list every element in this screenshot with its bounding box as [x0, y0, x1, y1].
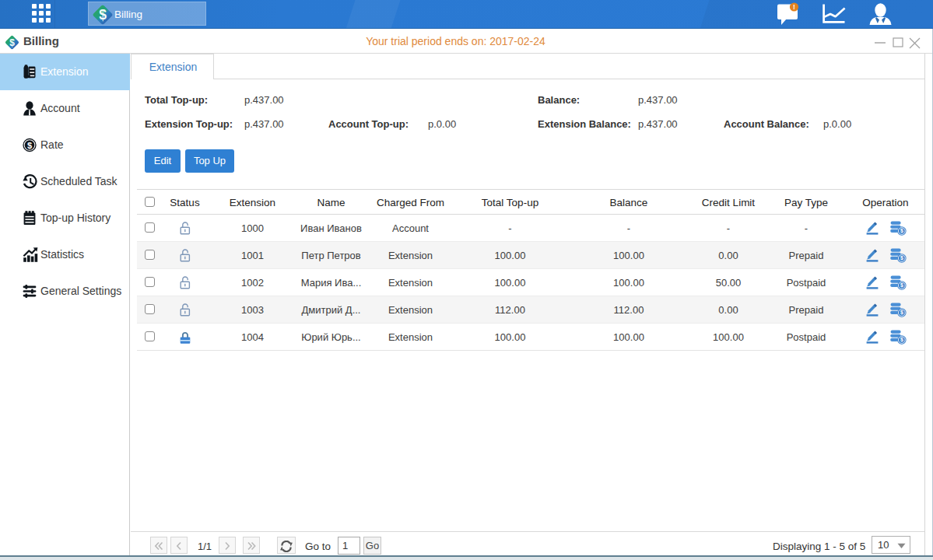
svg-text:$: $ — [99, 7, 107, 23]
svg-text:!: ! — [793, 3, 795, 11]
svg-text:$: $ — [27, 141, 32, 150]
